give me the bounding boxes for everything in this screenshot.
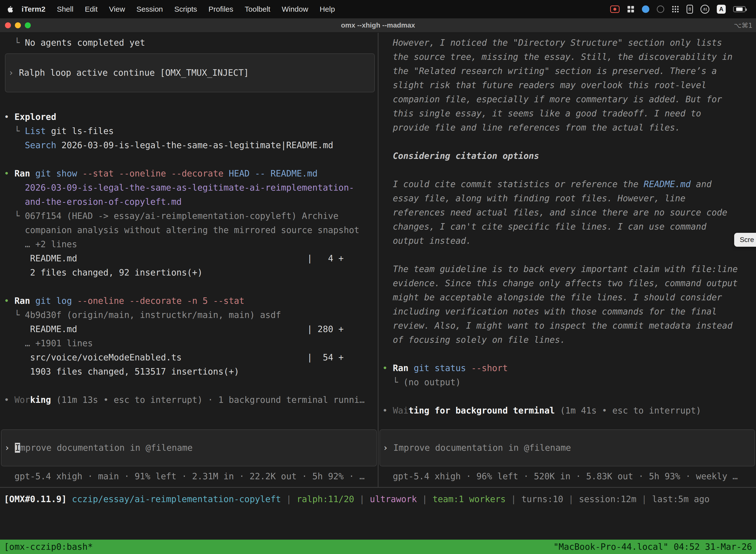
- menu-iterm2[interactable]: iTerm2: [16, 5, 51, 13]
- right-pane-content: However, I noticed the "Directory Struct…: [378, 36, 756, 418]
- terminal-window: └ No agents completed yet› Ralph loop ac…: [0, 33, 756, 554]
- text-segment: └: [4, 126, 25, 136]
- text-segment: 067f154 (HEAD -> essay/ai-reimplementati…: [25, 211, 338, 221]
- text-segment: review. Also, I might want to inspect th…: [382, 321, 733, 331]
- text-segment: mprove documentation in @filename: [20, 443, 192, 453]
- text-segment: companion analysis without altering the …: [4, 225, 359, 235]
- terminal-line: might be acceptable alongside the file l…: [382, 290, 754, 304]
- text-segment: [466, 363, 471, 373]
- screen: iTerm2ShellEditViewSessionScriptsProfile…: [0, 0, 756, 554]
- left-prompt-input[interactable]: › Improve documentation in @filename: [1, 429, 377, 466]
- grid-icon[interactable]: [627, 5, 634, 13]
- text-segment: 1903 files changed, 513517 insertions(+): [4, 367, 239, 377]
- gauge-61-icon[interactable]: .61: [700, 5, 709, 14]
- left-model-status-line: gpt-5.4 xhigh · main · 91% left · 2.31M …: [0, 469, 378, 484]
- right-pane-bottom: › Improve documentation in @filename gpt…: [378, 425, 756, 487]
- text-segment: Ralph loop active continue [OMX_TMUX_INJ…: [19, 68, 249, 78]
- terminal-line: I could cite commit statistics or refere…: [382, 177, 754, 191]
- terminal-line: • Explored: [4, 110, 376, 124]
- text-segment: the source tree, missing the essay. Stil…: [382, 52, 733, 62]
- terminal-line: this single essay, it seems like a good …: [382, 107, 754, 121]
- text-segment: However, I noticed the "Directory Struct…: [382, 38, 722, 48]
- text-segment: ralph:11/20: [297, 494, 354, 504]
- window-title-bar[interactable]: omx --xhigh --madmax ⌥⌘1: [0, 18, 756, 33]
- battery-icon[interactable]: [733, 6, 746, 12]
- text-segment: [4, 140, 25, 150]
- text-segment: •: [4, 169, 14, 178]
- terminal-line: └ (no output): [382, 375, 754, 389]
- apple-menu-icon[interactable]: [7, 5, 13, 13]
- terminal-line: output instead.: [382, 234, 754, 248]
- text-segment: Explored: [14, 112, 56, 122]
- text-segment: Ran: [14, 169, 30, 178]
- minimize-button[interactable]: [15, 22, 21, 28]
- terminal-line: • Ran git status --short: [382, 361, 754, 375]
- text-segment: 2026-03-09-is-legal-the-same-as-legitima…: [56, 140, 333, 150]
- terminal-line: of focusing solely on file lines.: [382, 333, 754, 347]
- blue-app-icon[interactable]: [642, 5, 649, 13]
- tmux-session-window[interactable]: [omx-cczip0:bash*: [4, 542, 93, 552]
- text-segment: └: [382, 377, 403, 387]
- menu-view[interactable]: View: [104, 5, 131, 13]
- menu-session[interactable]: Session: [131, 5, 169, 13]
- text-segment: companion file, especially if more comme…: [382, 94, 722, 104]
- traffic-lights: [0, 22, 31, 28]
- blank-line: [4, 280, 376, 294]
- terminal-line: The team guideline is to back every impo…: [382, 262, 754, 276]
- text-segment: evidence. Since this change only affects…: [382, 278, 738, 288]
- text-segment: └: [4, 38, 25, 48]
- terminal-line: the source tree, missing the essay. Stil…: [382, 50, 754, 64]
- text-segment: [OMX#0.11.9]: [4, 494, 67, 504]
- keypad-8-icon[interactable]: 8: [687, 5, 693, 14]
- right-prompt-input[interactable]: › Improve documentation in @filename: [379, 429, 755, 466]
- text-segment: ›: [8, 68, 19, 78]
- terminal-line: provide file and line references from th…: [382, 121, 754, 135]
- text-segment: turns:10: [521, 494, 563, 504]
- text-segment: this single essay, it seems like a good …: [382, 108, 701, 118]
- text-segment: Improve documentation in @filename: [393, 443, 571, 453]
- terminal-line: 1903 files changed, 513517 insertions(+): [4, 365, 376, 379]
- close-button[interactable]: [5, 22, 11, 28]
- dots-grid-icon[interactable]: [672, 5, 679, 13]
- text-segment: No agents completed yet: [25, 38, 145, 48]
- text-segment: session:12m: [579, 494, 636, 504]
- text-segment: --stat --oneline --decorate: [82, 169, 224, 178]
- terminal-line: └ List git ls-files: [4, 124, 376, 138]
- left-terminal-pane[interactable]: └ No agents completed yet› Ralph loop ac…: [0, 33, 378, 487]
- text-segment: last:5m ago: [652, 494, 710, 504]
- input-source-icon[interactable]: A: [717, 5, 726, 14]
- zoom-button[interactable]: [25, 22, 31, 28]
- text-segment: └: [4, 211, 25, 221]
- right-model-status-line: gpt-5.4 xhigh · 96% left · 520K in · 5.8…: [378, 469, 756, 484]
- menu-profiles[interactable]: Profiles: [203, 5, 239, 13]
- text-segment: I could cite commit statistics or refere…: [382, 179, 644, 189]
- text-segment: •: [4, 296, 14, 306]
- text-segment: git show: [35, 169, 77, 178]
- text-segment: src/voice/voiceModeEnabled.ts | 54 +: [4, 352, 344, 363]
- menu-shell[interactable]: Shell: [51, 5, 79, 13]
- menu-help[interactable]: Help: [314, 5, 341, 13]
- text-segment: [72, 296, 77, 306]
- text-segment: 2026-03-09-is-legal-the-same-as-legitima…: [4, 183, 354, 192]
- blank-line: [382, 163, 754, 177]
- terminal-line: However, I noticed the "Directory Struct…: [382, 36, 754, 50]
- text-segment: and: [691, 179, 712, 189]
- screen-recording-icon[interactable]: [610, 5, 620, 13]
- text-segment: including verification notes with those …: [382, 307, 717, 317]
- menu-scripts[interactable]: Scripts: [169, 5, 203, 13]
- text-segment: essay file, along with finding root file…: [382, 193, 686, 203]
- text-segment: team:1 workers: [433, 494, 506, 504]
- text-segment: Search: [25, 140, 56, 150]
- menu-window[interactable]: Window: [276, 5, 314, 13]
- screen-edge-tooltip[interactable]: Scre: [734, 233, 756, 247]
- terminal-line: … +2 lines: [4, 237, 376, 252]
- menu-items: iTerm2ShellEditViewSessionScriptsProfile…: [16, 5, 340, 13]
- text-segment: slight risk that future readers may over…: [382, 80, 706, 90]
- menu-toolbelt[interactable]: Toolbelt: [239, 5, 276, 13]
- empty-area: [0, 506, 756, 540]
- terminal-line: 2026-03-09-is-legal-the-same-as-legitima…: [4, 181, 376, 195]
- menu-edit[interactable]: Edit: [79, 5, 104, 13]
- right-terminal-pane[interactable]: However, I noticed the "Directory Struct…: [378, 33, 756, 487]
- disc-icon[interactable]: [657, 5, 664, 13]
- text-segment: git ls-files: [46, 126, 114, 136]
